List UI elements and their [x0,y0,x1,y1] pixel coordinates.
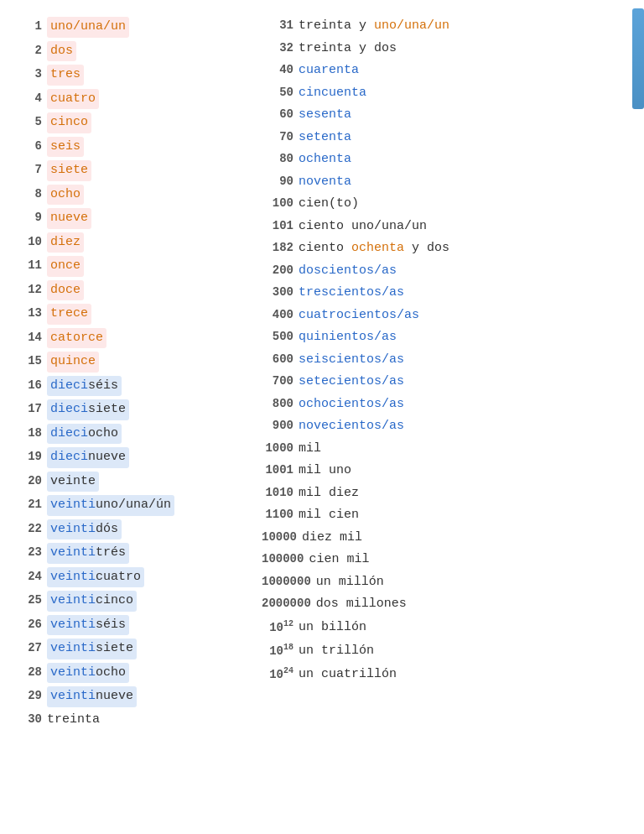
word-text: trescientos/as [299,284,404,303]
right-row-100: 100cien(to) [262,193,634,216]
number-label: 101 [262,217,293,235]
left-row-12: 12doce [10,279,262,303]
number-label: 200 [262,262,293,279]
word-text: seiscientos/as [299,351,404,370]
number-label: 18 [10,425,42,442]
number-label: 1000000 [262,573,311,591]
word-part: cinco [96,593,133,607]
number-label: 22 [10,520,42,538]
left-row-30: 30treinta [10,709,262,732]
number-label: 15 [10,352,42,370]
left-row-14: 14catorce [10,326,262,351]
number-label: 90 [262,173,293,190]
word-text: mil uno [299,461,351,481]
word-part: séis [96,618,126,632]
word-text: seis [47,137,84,158]
left-row-15: 15quince [10,350,262,374]
left-row-18: 18dieciocho [10,422,262,446]
number-label: 11 [10,257,42,274]
number-label: 26 [10,616,42,633]
word-part: ochenta [351,241,404,255]
word-text: cinco [47,112,91,133]
right-row-40: 40cuarenta [262,60,634,82]
left-row-28: 28veintiocho [10,661,262,685]
number-label: 40 [262,61,293,79]
word-part: cinco [50,115,88,129]
number-label: 300 [262,284,293,301]
word-part: treinta y dos [299,41,397,55]
word-part: un millón [316,575,384,589]
number-label: 100000 [262,550,304,568]
word-text: doce [47,280,84,301]
word-part: once [50,258,80,273]
word-text: diez [47,232,84,253]
word-text: veinticinco [47,591,137,612]
word-text: setecientos/as [299,373,404,392]
number-label: 1018 [262,641,293,660]
word-part: diez [50,235,80,249]
number-label: 1100 [262,506,293,524]
word-text: mil diez [299,484,359,503]
word-text: veintinueve [47,686,137,707]
left-row-27: 27veintisiete [10,637,262,661]
left-row-2: 2dos [10,39,262,64]
number-label: 10000 [262,529,297,546]
word-text: un cuatrillón [299,665,397,685]
word-text: tres [47,65,84,86]
left-row-20: 20veinte [10,470,262,494]
left-row-9: 9nueve [10,206,262,231]
word-part: nueve [96,689,133,703]
number-label: 1001 [262,461,293,479]
number-label: 21 [10,496,42,513]
word-part: siete [50,163,88,177]
word-part: treinta [47,712,100,727]
left-row-23: 23veintitrés [10,541,262,566]
word-part: quinientos/as [299,330,397,344]
number-label: 4 [10,90,42,107]
word-part: dós [96,522,118,536]
left-row-3: 3tres [10,63,262,87]
number-label: 2 [10,42,42,60]
word-part: ochenta [299,152,351,166]
number-label: 12 [10,281,42,299]
word-part: quince [50,354,96,368]
right-row-10000: 10000diez mil [262,527,634,550]
word-part: trece [50,306,88,321]
word-part: veinti [50,689,96,703]
left-row-29: 29veintinueve [10,685,262,709]
word-text: cincuenta [299,84,366,103]
word-part: ochocientos/as [299,397,404,411]
right-row-800: 800ochocientos/as [262,394,634,416]
word-text: diez mil [302,529,362,548]
word-part: ciento [299,241,351,255]
right-row-500: 500quinientos/as [262,326,634,349]
word-text: dieciocho [47,424,122,445]
number-label: 29 [10,687,42,705]
number-label: 30 [10,711,42,728]
left-row-17: 17diecisiete [10,398,262,422]
word-part: doce [50,283,80,297]
word-part: trés [96,545,126,560]
word-part: trescientos/as [299,285,404,300]
word-text: cuatrocientos/as [299,306,419,326]
word-part: veinti [50,641,96,655]
number-label: 1 [10,18,42,35]
scroll-indicator-top[interactable] [632,8,644,109]
word-part: sesenta [299,107,351,122]
left-row-10: 10diez [10,231,262,255]
number-label: 9 [10,209,42,227]
right-row-700: 700setecientos/as [262,371,634,394]
word-part: cuatro [96,570,141,584]
word-text: mil [299,440,321,459]
word-part: nueve [88,450,126,464]
word-part: un cuatrillón [299,667,397,681]
right-row-182: 182ciento ochenta y dos [262,237,634,260]
right-row-1010: 1010mil diez [262,482,634,505]
word-part: veinti [50,593,96,607]
number-label: 182 [262,239,293,257]
word-text: treinta y uno/una/un [299,17,449,36]
number-label: 500 [262,328,293,346]
word-text: ciento ochenta y dos [299,239,449,258]
left-row-16: 16dieciséis [10,374,262,399]
word-part: mil [299,441,321,456]
